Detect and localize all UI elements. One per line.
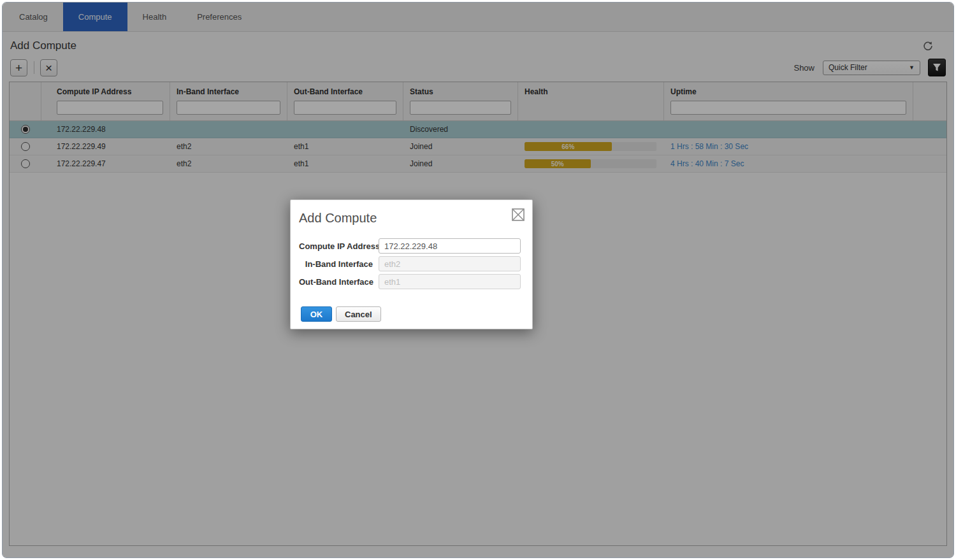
- compute-ip-input[interactable]: [379, 238, 521, 254]
- close-icon[interactable]: [512, 208, 525, 221]
- field-out-band: Out-Band Interface: [291, 274, 532, 289]
- add-compute-dialog: Add Compute Compute IP Address In-Band I…: [290, 199, 533, 329]
- app-window: Catalog Compute Health Preferences Add C…: [2, 2, 954, 558]
- field-label: Out-Band Interface: [299, 277, 373, 287]
- field-in-band: In-Band Interface: [291, 256, 532, 271]
- in-band-input[interactable]: [379, 256, 521, 271]
- cancel-button[interactable]: Cancel: [336, 306, 381, 322]
- out-band-input[interactable]: [379, 274, 521, 289]
- dialog-title: Add Compute: [299, 211, 532, 226]
- field-compute-ip: Compute IP Address: [291, 238, 532, 254]
- field-label: In-Band Interface: [299, 259, 373, 269]
- field-label: Compute IP Address: [299, 241, 373, 251]
- ok-button[interactable]: OK: [301, 306, 332, 322]
